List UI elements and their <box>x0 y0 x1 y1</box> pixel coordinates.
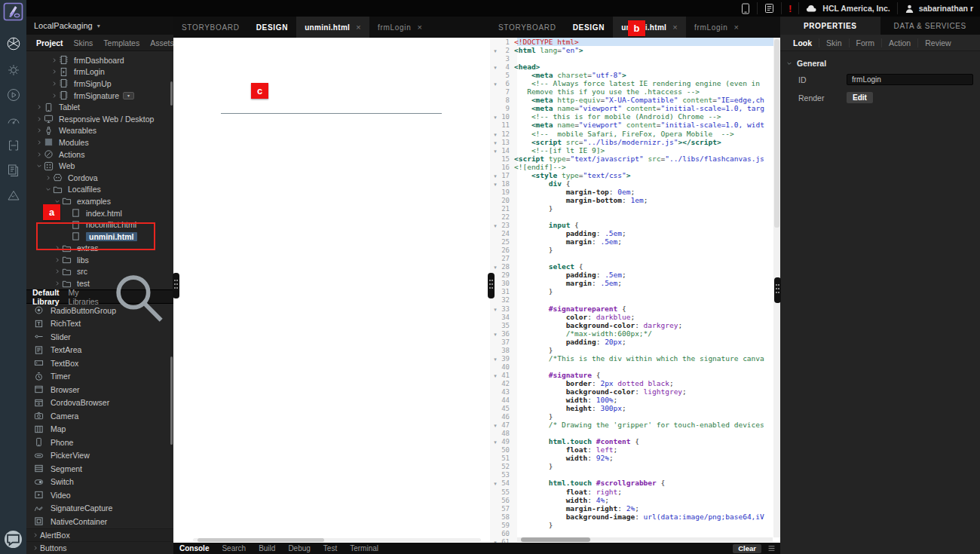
scrollbar-thumb[interactable] <box>198 538 324 542</box>
code-editor[interactable]: 1<!DOCTYPE html>▾2<html lang="en">3▾4<he… <box>490 38 780 543</box>
tree-item-web[interactable]: Web <box>26 160 173 172</box>
widget-cordovabrowser[interactable]: CordovaBrowser <box>26 396 173 410</box>
tab-frmlogin[interactable]: frmLogin× <box>686 17 748 38</box>
chevron-right-icon[interactable] <box>35 104 44 110</box>
fold-arrow-icon[interactable]: ▾ <box>490 63 501 71</box>
code-line-56[interactable]: 56 width: 4%; <box>490 496 780 504</box>
code-line-29[interactable]: 29 padding: .5em; <box>490 271 780 279</box>
clear-button[interactable]: Clear <box>733 544 761 553</box>
scrollbar-thumb[interactable] <box>774 39 779 228</box>
code-line-25[interactable]: 25 margin: .5em; <box>490 237 780 246</box>
code-line-43[interactable]: 43 background-color: lightgrey; <box>490 387 780 396</box>
widget-textbox[interactable]: TextBox <box>26 357 173 370</box>
code-line-9[interactable]: 9 <meta name="viewport" content="initial… <box>490 104 780 112</box>
publish-icon[interactable] <box>6 188 21 203</box>
code-line-20[interactable]: 20 margin-bottom: 1em; <box>490 196 780 204</box>
chevron-right-icon[interactable] <box>50 57 59 63</box>
console-tab-test[interactable]: Test <box>323 544 337 552</box>
code-line-46[interactable]: 46 } <box>490 412 780 421</box>
code-line-11[interactable]: 11 <meta name="viewport" content="initia… <box>490 121 780 129</box>
fold-arrow-icon[interactable]: ▾ <box>490 479 501 487</box>
render-edit-button[interactable]: Edit <box>847 92 873 103</box>
code-line-13[interactable]: ▾13 <script src="../libs/modernizr.js"><… <box>490 138 780 146</box>
code-line-41[interactable]: ▾41 #signature { <box>490 371 780 379</box>
code-line-23[interactable]: ▾23 input { <box>490 221 780 229</box>
workspace-selector[interactable]: LocalPackaging ▾ <box>26 17 173 35</box>
tree-item-frmsignature[interactable]: frmSignature▾ <box>26 90 173 102</box>
fold-arrow-icon[interactable]: ▾ <box>490 113 501 121</box>
explorer-tab-skins[interactable]: Skins <box>69 38 99 47</box>
widget-segment[interactable]: Segment <box>26 462 173 476</box>
console-tab-console[interactable]: Console <box>179 544 209 552</box>
chevron-right-icon[interactable] <box>44 175 53 181</box>
chevron-down-icon[interactable] <box>44 186 53 192</box>
chevron-right-icon[interactable] <box>53 257 62 263</box>
widget-signaturecapture[interactable]: SignatureCapture <box>26 502 173 516</box>
tree-item-modules[interactable]: Modules <box>26 136 173 148</box>
library-tab-default-library[interactable]: Default Library <box>32 288 60 306</box>
panel-resize-handle[interactable] <box>488 273 495 298</box>
chevron-right-icon[interactable] <box>53 280 62 286</box>
tree-item-wearables[interactable]: Wearables <box>26 125 173 137</box>
reports-icon[interactable] <box>6 163 21 178</box>
gear-icon[interactable] <box>6 63 21 78</box>
chevron-right-icon[interactable] <box>35 127 44 133</box>
view-tab-skin[interactable]: Skin <box>819 38 849 47</box>
chevron-down-icon[interactable] <box>35 163 44 169</box>
fold-arrow-icon[interactable]: ▾ <box>490 130 501 138</box>
close-icon[interactable]: × <box>417 23 422 32</box>
code-line-15[interactable]: 15<script type="text/javascript" src="..… <box>490 155 780 163</box>
widget-camera[interactable]: Camera <box>26 409 173 423</box>
code-line-28[interactable]: ▾28 select { <box>490 262 780 271</box>
chevron-right-icon[interactable] <box>53 268 62 274</box>
tree-item-frmlogin[interactable]: frmLogin <box>26 66 173 78</box>
code-line-7[interactable]: 7 Remove this if you use the .htaccess -… <box>490 87 780 96</box>
tab-design[interactable]: DESIGN <box>248 17 297 38</box>
fold-arrow-icon[interactable]: ▾ <box>490 147 501 155</box>
gauge-icon[interactable] <box>6 113 21 128</box>
shutter-icon[interactable] <box>6 36 21 51</box>
tab-unmini-html[interactable]: unmini.html× <box>613 17 686 38</box>
code-line-48[interactable]: 48 <box>490 429 780 437</box>
code-line-49[interactable]: ▾49 html.touch #content { <box>490 437 780 445</box>
code-line-24[interactable]: 24 padding: .5em; <box>490 229 780 237</box>
widget-map[interactable]: Map <box>26 423 173 436</box>
code-line-37[interactable]: 37 padding: 20px; <box>490 338 780 346</box>
code-line-35[interactable]: 35 background-color: darkgrey; <box>490 321 780 329</box>
code-line-42[interactable]: 42 border: 2px dotted black; <box>490 379 780 387</box>
code-line-30[interactable]: 30 margin: .5em; <box>490 279 780 287</box>
code-line-39[interactable]: ▾39 /*This is the div within which the s… <box>490 354 780 363</box>
console-tab-terminal[interactable]: Terminal <box>350 544 378 552</box>
tree-item-frmsignup[interactable]: frmSignUp <box>26 78 173 90</box>
code-line-51[interactable]: 51 width: 92%; <box>490 454 780 462</box>
fold-arrow-icon[interactable]: ▾ <box>490 222 501 229</box>
close-icon[interactable]: × <box>356 23 361 32</box>
panel-tab-properties[interactable]: PROPERTIES <box>780 17 880 35</box>
menu-icon[interactable] <box>767 544 776 552</box>
tab-frmlogin[interactable]: frmLogin× <box>369 17 431 38</box>
widget-radiobuttongroup[interactable]: RadioButtonGroup <box>26 304 173 317</box>
tree-item-localfiles[interactable]: Localfiles <box>26 184 173 196</box>
console-tab-build[interactable]: Build <box>259 544 275 552</box>
widget-richtext[interactable]: RichText <box>26 317 173 331</box>
user-account[interactable]: sabarinathan r <box>898 0 980 17</box>
scrollbar-thumb[interactable] <box>521 537 590 542</box>
code-line-1[interactable]: 1<!DOCTYPE html> <box>490 38 780 46</box>
view-tab-form[interactable]: Form <box>850 38 883 47</box>
code-line-52[interactable]: 52 } <box>490 462 780 470</box>
canvas-line-widget[interactable] <box>221 113 442 114</box>
tree-item-libs[interactable]: libs <box>26 254 173 266</box>
code-line-6[interactable]: ▾6 <!-- Always force latest IE rendering… <box>490 79 780 87</box>
chevron-down-icon[interactable] <box>53 198 62 204</box>
code-line-12[interactable]: ▾12 <!-- mobile Safari, FireFox, Opera M… <box>490 130 780 138</box>
chevron-right-icon[interactable] <box>35 152 44 158</box>
iris-logo[interactable] <box>3 2 23 21</box>
close-icon[interactable]: × <box>672 23 678 32</box>
widget-group-buttons[interactable]: Buttons <box>26 541 173 554</box>
editor-hscrollbar[interactable] <box>517 537 773 542</box>
fold-arrow-icon[interactable]: ▾ <box>490 330 501 338</box>
widget-slider[interactable]: Slider <box>26 330 173 344</box>
tab-storyboard[interactable]: STORYBOARD <box>490 17 565 38</box>
widget-group-alertbox[interactable]: AlertBox <box>26 528 173 542</box>
code-line-38[interactable]: 38 } <box>490 346 780 354</box>
